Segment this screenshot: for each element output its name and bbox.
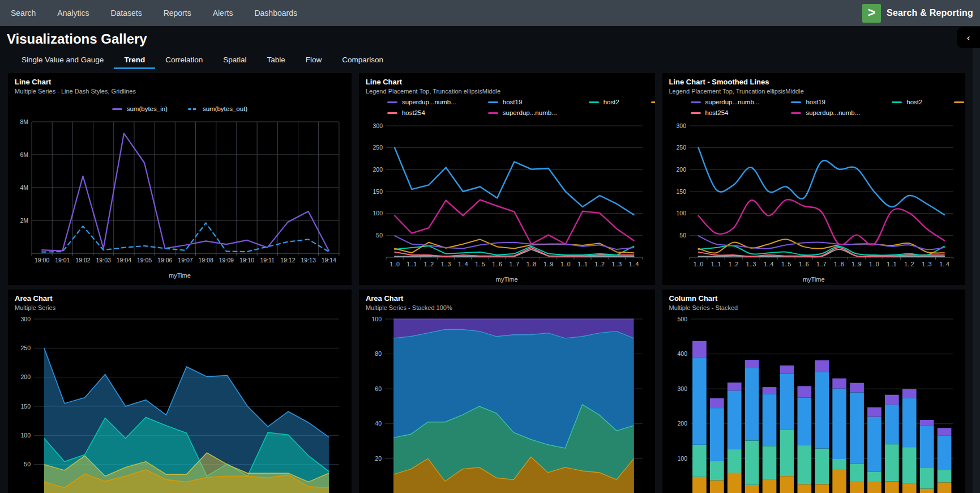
svg-text:1..9: 1..9: [544, 261, 554, 267]
legend-swatch: [387, 112, 397, 114]
legend-item[interactable]: superdup...numb...: [691, 99, 760, 105]
svg-text:200: 200: [676, 166, 686, 173]
nav-item-search[interactable]: Search: [0, 0, 46, 26]
legend-swatch: [892, 101, 902, 103]
svg-text:1..1: 1..1: [887, 261, 897, 267]
svg-text:100: 100: [373, 210, 383, 216]
legend-label: host254: [402, 109, 425, 116]
legend-item[interactable]: sum(bytes_out): [188, 105, 247, 112]
legend-label: superdup...numb...: [402, 99, 456, 105]
legend-item[interactable]: host254: [387, 109, 456, 116]
legend-item[interactable]: host19: [488, 99, 557, 105]
chevron-left-icon: ‹: [967, 32, 970, 44]
top-navbar: SearchAnalyticsDatasetsReportsAlertsDash…: [0, 0, 980, 26]
panel-subtitle: Multiple Series - Stacked: [669, 304, 959, 311]
svg-text:1..6: 1..6: [798, 261, 808, 267]
svg-text:500: 500: [677, 316, 687, 322]
legend-swatch: [691, 112, 701, 114]
legend-item[interactable]: host2: [892, 99, 922, 105]
legend-item[interactable]: host248: [651, 99, 655, 105]
legend-item[interactable]: host19: [791, 99, 860, 105]
svg-text:1..3: 1..3: [922, 261, 932, 267]
legend-item[interactable]: host254: [691, 109, 760, 116]
chart-legend: superdup...numb...host19host2host248host…: [691, 99, 959, 121]
legend-swatch: [691, 101, 701, 103]
legend-swatch: [954, 101, 964, 103]
panel-subtitle: Multiple Series - Line Dash Styles, Grid…: [15, 88, 345, 95]
svg-text:50: 50: [376, 232, 383, 239]
svg-text:19:02: 19:02: [75, 257, 90, 264]
panel-title: Area Chart: [366, 294, 648, 303]
panel-subtitle: Multiple Series - Stacked 100%: [366, 304, 648, 311]
nav-item-alerts[interactable]: Alerts: [202, 0, 244, 26]
svg-text:1..1: 1..1: [406, 261, 417, 267]
nav-item-reports[interactable]: Reports: [153, 0, 202, 26]
svg-text:100: 100: [20, 432, 31, 439]
right-collapsed-panel-rail[interactable]: [973, 48, 980, 493]
dashboard-grid: Line Chart Multiple Series - Line Dash S…: [0, 69, 980, 493]
svg-text:1..4: 1..4: [939, 261, 949, 267]
tab-flow[interactable]: Flow: [296, 52, 332, 69]
tab-trend[interactable]: Trend: [114, 52, 155, 69]
svg-text:100: 100: [676, 210, 686, 216]
svg-text:1..5: 1..5: [475, 261, 485, 267]
legend-swatch: [791, 101, 801, 103]
chart-legend: superdup...numb...host19host2host248host…: [387, 99, 648, 121]
svg-text:1..4: 1..4: [763, 261, 773, 267]
panel-subtitle: Legend Placement Top, Truncation ellipsi…: [366, 88, 648, 95]
svg-text:1..9: 1..9: [851, 261, 862, 267]
tab-correlation[interactable]: Correlation: [155, 52, 213, 69]
svg-text:19:06: 19:06: [157, 257, 172, 264]
svg-text:19:00: 19:00: [35, 257, 49, 264]
panel-title: Line Chart - Smoothed Lines: [669, 78, 959, 86]
svg-text:200: 200: [373, 166, 383, 173]
x-axis-title: myTime: [15, 272, 345, 279]
chart-canvas: 8M6M4M2M19:0019:0119:0219:0319:0419:0519…: [15, 117, 345, 271]
svg-text:1..0: 1..0: [560, 261, 571, 267]
tab-spatial[interactable]: Spatial: [213, 52, 256, 69]
legend-label: host19: [503, 99, 523, 105]
legend-item[interactable]: superdup...numb...: [387, 99, 456, 105]
svg-text:50: 50: [24, 461, 31, 468]
svg-text:150: 150: [676, 188, 686, 195]
svg-text:200: 200: [677, 420, 687, 427]
panel-title: Line Chart: [366, 78, 648, 86]
svg-text:150: 150: [20, 403, 31, 410]
legend-swatch: [112, 108, 122, 110]
panel-area-chart-stacked-100: Area Chart Multiple Series - Stacked 100…: [359, 290, 655, 493]
collapse-panel-button[interactable]: ‹: [957, 27, 980, 48]
svg-text:40: 40: [375, 420, 382, 427]
app-badge[interactable]: > Search & Reporting: [862, 4, 973, 23]
legend-item[interactable]: host248: [954, 99, 965, 105]
svg-text:2M: 2M: [20, 217, 28, 224]
svg-text:150: 150: [373, 188, 383, 195]
nav-item-dashboards[interactable]: Dashboards: [243, 0, 308, 26]
legend-swatch: [488, 112, 498, 114]
svg-text:200: 200: [20, 373, 31, 380]
legend-swatch: [188, 108, 198, 110]
nav-item-analytics[interactable]: Analytics: [46, 0, 100, 26]
legend-item[interactable]: superdup...numb...: [488, 109, 557, 116]
tab-table[interactable]: Table: [256, 52, 295, 69]
svg-text:1..3: 1..3: [746, 261, 756, 267]
svg-text:19:01: 19:01: [55, 257, 70, 264]
legend-item[interactable]: sum(bytes_in): [112, 105, 168, 112]
page-title: Visualizations Gallery: [7, 31, 972, 47]
svg-text:1..8: 1..8: [527, 261, 537, 267]
tab-comparison[interactable]: Comparison: [332, 52, 393, 69]
panel-subtitle: Legend Placement Top, Truncation ellipsi…: [669, 88, 959, 95]
svg-text:1..0: 1..0: [693, 261, 703, 267]
tab-single-value-and-gauge[interactable]: Single Value and Gauge: [11, 52, 114, 69]
nav-item-datasets[interactable]: Datasets: [100, 0, 152, 26]
svg-text:19:13: 19:13: [301, 257, 315, 264]
svg-text:20: 20: [375, 455, 382, 462]
legend-label: host2: [906, 99, 922, 105]
nav-items: SearchAnalyticsDatasetsReportsAlertsDash…: [0, 0, 308, 26]
svg-text:60: 60: [375, 385, 382, 392]
legend-item[interactable]: host2: [589, 99, 619, 105]
svg-text:250: 250: [676, 144, 686, 151]
chart-canvas: 300250200150100501..01..11..21..31..41..…: [669, 121, 959, 275]
legend-item[interactable]: superdup...numb...: [791, 109, 860, 116]
svg-text:1..4: 1..4: [629, 261, 639, 267]
svg-text:300: 300: [676, 122, 686, 129]
